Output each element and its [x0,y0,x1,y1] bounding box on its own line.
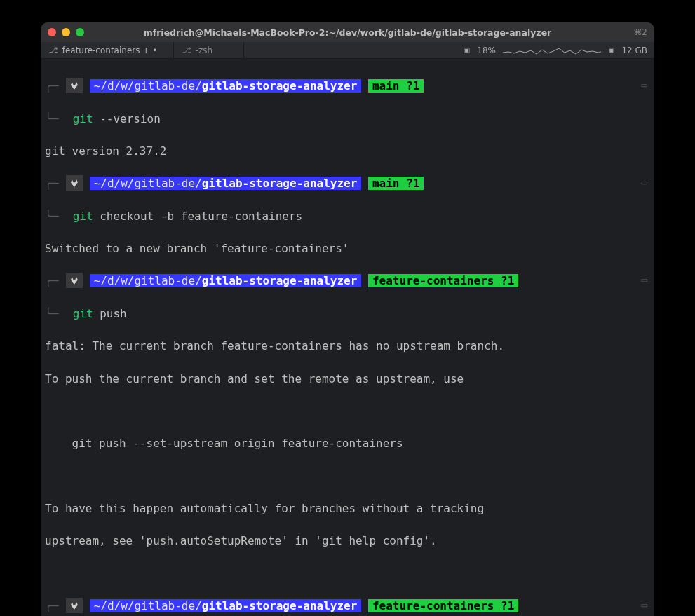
wrap-icon: ▭ [642,175,647,189]
cmd-text: git [73,210,93,223]
battery-icon: ▣ [464,46,470,54]
tab-feature-containers[interactable]: ⎇ feature-containers + • [41,42,174,58]
wrap-icon: ▭ [642,78,647,92]
cpu-sparkline [503,46,601,55]
output-line: upstream, see 'push.autoSetupRemote' in … [45,533,650,549]
output-line: To have this happen automatically for br… [45,500,650,516]
prompt-path: ~/d/w/gitlab-de/gitlab-storage-analyzer [90,177,362,190]
memory-amount: 12 GB [621,46,647,55]
status-area: ▣ 18% ▣ 12 GB [457,42,654,58]
gitlab-icon [66,273,83,288]
prompt-path: ~/d/w/gitlab-de/gitlab-storage-analyzer [90,79,362,93]
branch-badge: feature-containers ?1 [368,599,518,612]
prompt-path: ~/d/w/gitlab-de/gitlab-storage-analyzer [90,274,362,287]
output-line: git push --set-upstream origin feature-c… [45,435,650,451]
branch-icon: ⎇ [49,46,58,55]
output-line: git version 2.37.2 [45,143,650,159]
terminal-output[interactable]: ╭─ ~/d/w/gitlab-de/gitlab-storage-analyz… [41,59,654,616]
battery-percent: 18% [477,46,496,55]
wrap-icon: ▭ [642,273,647,287]
memory-icon: ▣ [608,46,614,54]
branch-badge: main ?1 [368,79,424,93]
output-line: Switched to a new branch 'feature-contai… [45,240,650,256]
branch-badge: feature-containers ?1 [368,274,518,287]
gitlab-icon [66,78,83,93]
gitlab-icon [66,175,83,191]
cmd-text: git [73,307,93,320]
branch-badge: main ?1 [368,177,424,190]
branch-icon: ⎇ [182,46,191,55]
window-title: mfriedrich@Michaels-MacBook-Pro-2:~/dev/… [41,27,654,38]
tab-bar: ⎇ feature-containers + • ⎇ -zsh ▣ 18% ▣ … [41,42,654,59]
tab-zsh[interactable]: ⎇ -zsh [174,42,244,58]
gitlab-icon [66,598,83,613]
tab-label: -zsh [196,46,213,55]
prompt-path: ~/d/w/gitlab-de/gitlab-storage-analyzer [90,599,362,612]
wrap-icon: ▭ [642,598,647,612]
titlebar[interactable]: mfriedrich@Michaels-MacBook-Pro-2:~/dev/… [41,22,654,42]
cmd-text: git [73,112,93,125]
output-line: fatal: The current branch feature-contai… [45,338,650,354]
terminal-window: mfriedrich@Michaels-MacBook-Pro-2:~/dev/… [41,22,654,616]
tab-label: feature-containers + • [62,46,158,55]
output-line: To push the current branch and set the r… [45,371,650,387]
